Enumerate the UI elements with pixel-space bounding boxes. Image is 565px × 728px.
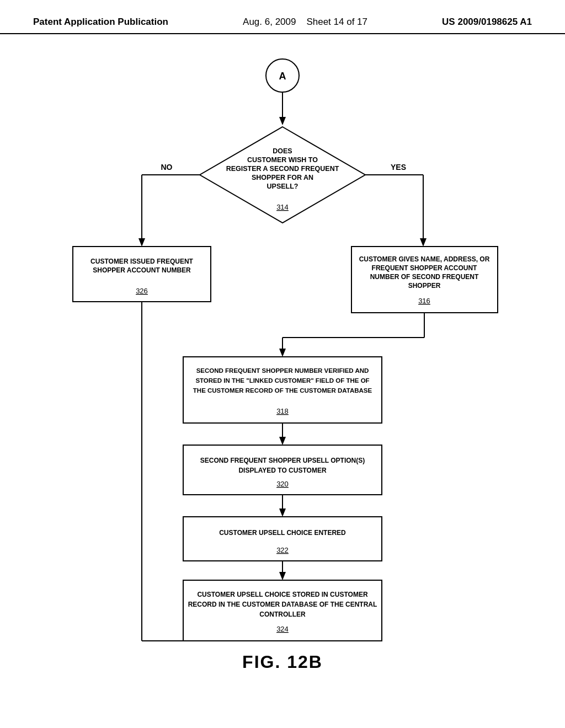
box-322 [183, 517, 382, 561]
diamond-text-line4: SHOPPER FOR AN [252, 174, 313, 181]
box-320-ref: 320 [276, 480, 289, 488]
box-316-line2: FREQUENT SHOPPER ACCOUNT [372, 264, 478, 272]
box-326-line2: SHOPPER ACCOUNT NUMBER [93, 266, 191, 274]
diamond-text-line3: REGISTER A SECOND FREQUENT [226, 165, 339, 173]
arrowhead-yes [420, 238, 427, 247]
box-326-ref: 326 [136, 287, 148, 295]
box-318-ref: 318 [276, 407, 289, 415]
box-324-line1: CUSTOMER UPSELL CHOICE STORED IN CUSTOME… [197, 591, 367, 598]
diagram-area: A DOES CUSTOMER WISH TO REGISTER A SECON… [0, 34, 565, 683]
arrowhead-a-to-diamond [279, 117, 286, 125]
diamond-text-line1: DOES [273, 147, 292, 155]
arrowhead-no [138, 238, 145, 247]
no-label: NO [161, 163, 173, 172]
diamond-ref-314: 314 [276, 203, 289, 211]
figure-caption: FIG. 12B [242, 652, 323, 672]
box-318-line1: SECOND FREQUENT SHOPPER NUMBER VERIFIED … [196, 367, 369, 374]
header-right: US 2009/0198625 A1 [442, 17, 532, 28]
box-316-line4: SHOPPER [408, 282, 441, 290]
connector-a-label: A [279, 71, 286, 82]
box-316-line1: CUSTOMER GIVES NAME, ADDRESS, OR [359, 255, 490, 263]
sheet-info: Sheet 14 of 17 [306, 17, 367, 27]
header-left: Patent Application Publication [33, 17, 168, 28]
arrowhead-318-to-320 [279, 437, 286, 445]
box-318-line2: STORED IN THE "LINKED CUSTOMER" FIELD OF… [195, 377, 369, 384]
box-322-ref: 322 [276, 546, 289, 554]
box-324-line3: CONTROLLER [259, 611, 306, 618]
header-center: Aug. 6, 2009 Sheet 14 of 17 [243, 17, 367, 28]
box-320-line2: DISPLAYED TO CUSTOMER [238, 467, 326, 474]
box-318-line3: THE CUSTOMER RECORD OF THE CUSTOMER DATA… [193, 387, 372, 394]
diamond-text-line2: CUSTOMER WISH TO [247, 156, 318, 164]
arrowhead-to-318 [279, 349, 286, 357]
publication-date: Aug. 6, 2009 [243, 17, 296, 27]
yes-label: YES [391, 163, 406, 172]
box-320-line1: SECOND FREQUENT SHOPPER UPSELL OPTION(S) [200, 457, 365, 464]
patent-number: US 2009/0198625 A1 [442, 17, 532, 27]
box-324-ref: 324 [276, 625, 289, 633]
box-322-line1: CUSTOMER UPSELL CHOICE ENTERED [219, 529, 346, 537]
publication-label: Patent Application Publication [33, 17, 168, 27]
page: Patent Application Publication Aug. 6, 2… [0, 0, 565, 728]
header: Patent Application Publication Aug. 6, 2… [0, 0, 565, 34]
box-326-line1: CUSTOMER ISSUED FREQUENT [90, 258, 193, 265]
box-316-line3: NUMBER OF SECOND FREQUENT [370, 273, 479, 281]
box-324-line2: RECORD IN THE CUSTOMER DATABASE OF THE C… [188, 601, 377, 608]
box-316-ref: 316 [418, 297, 430, 305]
diamond-text-line5: UPSELL? [267, 183, 299, 190]
arrowhead-322-to-324 [279, 572, 286, 580]
arrowhead-320-to-322 [279, 508, 286, 517]
flowchart-svg: A DOES CUSTOMER WISH TO REGISTER A SECON… [34, 45, 531, 641]
